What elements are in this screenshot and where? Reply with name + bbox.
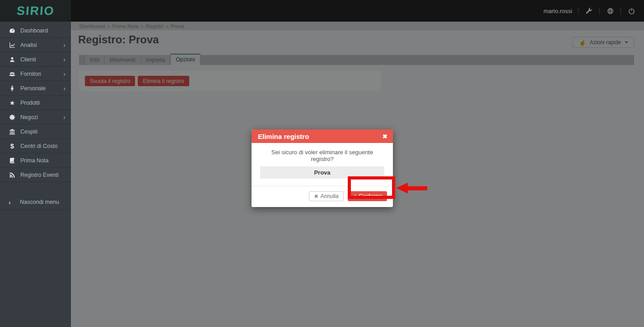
check-icon: ✔	[352, 193, 356, 199]
modal-header: Elimina registro ✖	[252, 129, 393, 143]
app-logo-text: SIRIO	[16, 4, 55, 18]
sidebar-item-label: Negozi	[20, 114, 38, 120]
cancel-button[interactable]: ✖Annulla	[309, 191, 343, 201]
globe-icon[interactable]	[606, 6, 615, 15]
star-icon: ★	[9, 99, 16, 106]
users-icon	[9, 70, 16, 78]
wrench-icon[interactable]	[584, 6, 593, 15]
sidebar-item-label: Clienti	[20, 56, 36, 63]
sidebar-item-label: Dashboard	[20, 28, 48, 34]
delete-registry-modal: Elimina registro ✖ Sei sicuro di voler e…	[252, 129, 393, 207]
line-chart-icon	[9, 41, 16, 49]
sidebar-item-fornitori[interactable]: Fornitori ›	[0, 67, 71, 81]
app-root: SIRIO mario.rossi Dashboard	[0, 0, 644, 327]
tachometer-icon	[9, 27, 16, 34]
confirm-button[interactable]: ✔Conferma	[348, 191, 387, 201]
sidebar-item-label: Prodotti	[20, 100, 40, 106]
sidebar-spacer	[0, 182, 71, 195]
chevron-right-icon: ›	[63, 41, 65, 49]
rss-icon	[9, 171, 16, 179]
sidebar-collapse-label: Nascondi menu	[20, 199, 59, 205]
app-logo[interactable]: SIRIO	[0, 0, 71, 22]
topbar-divider	[621, 7, 621, 14]
chevron-right-icon: ›	[63, 85, 65, 92]
sidebar-item-label: Registro Eventi	[20, 172, 59, 178]
gear-icon	[9, 114, 16, 121]
chevron-right-icon: ›	[63, 114, 65, 121]
user-icon	[9, 56, 16, 63]
chevron-right-icon: ›	[63, 56, 65, 63]
power-icon[interactable]	[627, 6, 636, 15]
modal-footer: ✖Annulla ✔Conferma	[252, 186, 393, 207]
sidebar-item-label: Centri di Costo	[20, 143, 58, 149]
bank-icon	[9, 128, 16, 135]
person-icon	[9, 85, 16, 92]
chevron-right-icon: ›	[63, 70, 65, 78]
book-icon	[9, 157, 16, 164]
confirm-label: Conferma	[359, 193, 383, 199]
registry-name-box: Prova	[260, 166, 384, 179]
chevron-left-icon: ‹	[9, 198, 11, 206]
sidebar-item-label: Fornitori	[20, 71, 41, 77]
sidebar-item-cespiti[interactable]: Cespiti	[0, 124, 71, 139]
topbar: SIRIO mario.rossi	[0, 0, 644, 22]
dollar-icon: $	[9, 143, 16, 150]
x-icon: ✖	[314, 193, 318, 199]
sidebar-item-clienti[interactable]: Clienti ›	[0, 52, 71, 67]
sidebar-item-analisi[interactable]: Analisi ›	[0, 38, 71, 52]
topbar-divider	[578, 7, 579, 14]
sidebar-item-registro-eventi[interactable]: Registro Eventi	[0, 168, 71, 182]
topbar-divider	[599, 7, 600, 14]
modal-question: Sei sicuro di voler eliminare il seguent…	[260, 149, 384, 162]
modal-title: Elimina registro	[258, 133, 309, 140]
sidebar-item-label: Cespiti	[20, 129, 37, 135]
sidebar-item-label: Prima Nota	[20, 157, 49, 164]
username[interactable]: mario.rossi	[543, 8, 572, 14]
cancel-label: Annulla	[321, 193, 339, 199]
sidebar-divider	[0, 209, 71, 210]
sidebar-item-negozi[interactable]: Negozi ›	[0, 110, 71, 124]
sidebar-item-prodotti[interactable]: ★ Prodotti	[0, 96, 71, 110]
topbar-right: mario.rossi	[543, 0, 636, 22]
modal-body: Sei sicuro di voler eliminare il seguent…	[252, 143, 393, 179]
sidebar-collapse-button[interactable]: ‹ Nascondi menu	[0, 195, 71, 209]
close-icon[interactable]: ✖	[383, 129, 387, 143]
sidebar-item-label: Personale	[20, 85, 46, 92]
sidebar: Dashboard Analisi › Clienti › Fornitori …	[0, 22, 71, 327]
sidebar-item-personale[interactable]: Personale ›	[0, 81, 71, 96]
sidebar-item-prima-nota[interactable]: Prima Nota	[0, 153, 71, 168]
sidebar-item-dashboard[interactable]: Dashboard	[0, 23, 71, 38]
sidebar-item-centri-di-costo[interactable]: $ Centri di Costo	[0, 139, 71, 153]
sidebar-item-label: Analisi	[20, 42, 37, 48]
